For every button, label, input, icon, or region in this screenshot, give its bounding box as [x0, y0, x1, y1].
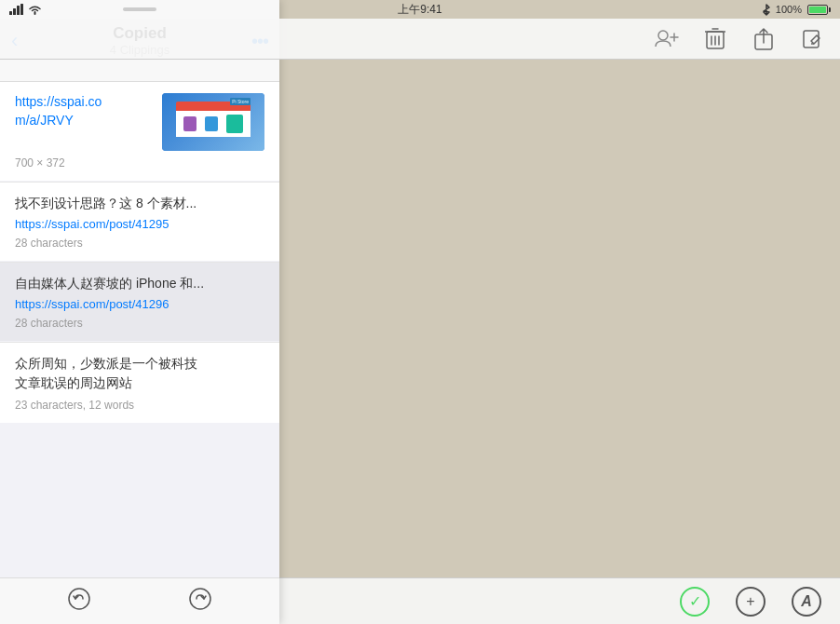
bluetooth-icon [763, 4, 770, 16]
clipping-chars-2: 28 characters [15, 237, 264, 250]
battery-percent: 100% [776, 4, 802, 15]
clipping-dimensions-1: 700 × 372 [15, 156, 264, 170]
clipping-url-2: https://sspai.com/post/41295 [15, 217, 264, 231]
svg-rect-1 [13, 8, 16, 15]
clippings-list: https://sspai.com/a/JRVY Pi Store [0, 82, 279, 577]
edit-button[interactable] [799, 26, 825, 52]
redo-button[interactable] [188, 587, 212, 617]
share-button[interactable] [751, 26, 777, 52]
status-bar-left [9, 4, 42, 15]
clipping-item-3[interactable]: 自由媒体人赵赛坡的 iPhone 和... https://sspai.com/… [0, 263, 279, 341]
left-panel: ‹ Copied 4 Clippings ••• https://sspai.c… [0, 0, 279, 624]
status-bar: 上午9:41 100% [0, 0, 840, 19]
undo-button[interactable] [67, 587, 91, 617]
add-contact-button[interactable] [654, 26, 680, 52]
pencil-button[interactable]: A [792, 587, 821, 617]
svg-rect-2 [17, 6, 20, 15]
svg-point-17 [190, 589, 210, 609]
check-button[interactable]: ✓ [680, 587, 710, 617]
clipping-text-2: 找不到设计思路？这 8 个素材... [15, 194, 264, 213]
clipping-item-4[interactable]: 众所周知，少数派是一个被科技文章耽误的周边网站 23 characters, 1… [0, 343, 279, 423]
status-bar-time: 上午9:41 [398, 2, 441, 18]
plus-button[interactable]: + [736, 587, 765, 617]
clipping-thumbnail-1: Pi Store [162, 93, 264, 151]
clipping-chars-3: 28 characters [15, 317, 264, 330]
status-bar-right: 100% [763, 4, 831, 16]
signal-icon [9, 4, 24, 15]
clipping-chars-4: 23 characters, 12 words [15, 399, 264, 412]
top-toolbar [0, 19, 840, 60]
clipping-url-3: https://sspai.com/post/41296 [15, 297, 264, 311]
svg-point-4 [658, 31, 668, 40]
bottom-toolbar-right: ✓ + A [279, 577, 840, 624]
left-panel-bottom [0, 577, 279, 624]
trash-button[interactable] [702, 26, 728, 52]
svg-rect-14 [804, 31, 819, 47]
battery-indicator [807, 5, 831, 15]
wifi-icon [28, 4, 42, 15]
clipping-item-1[interactable]: https://sspai.com/a/JRVY Pi Store [0, 82, 279, 181]
clipping-text-3: 自由媒体人赵赛坡的 iPhone 和... [15, 274, 264, 293]
clipping-url-1: https://sspai.com/a/JRVY [15, 93, 155, 129]
svg-rect-3 [20, 4, 23, 15]
svg-rect-0 [9, 11, 12, 15]
right-content-area [279, 60, 840, 577]
svg-point-16 [69, 589, 89, 609]
clipping-item-2[interactable]: 找不到设计思路？这 8 个素材... https://sspai.com/pos… [0, 183, 279, 261]
clipping-text-4: 众所周知，少数派是一个被科技文章耽误的周边网站 [15, 354, 264, 393]
